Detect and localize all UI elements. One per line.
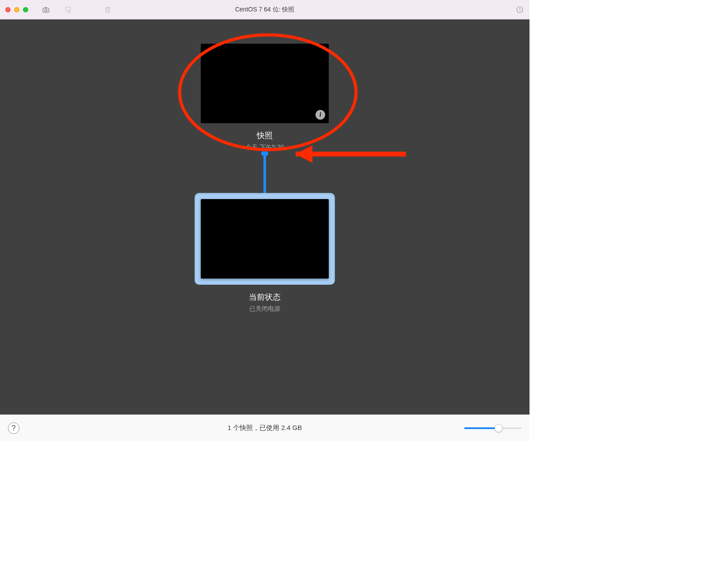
current-state-node[interactable]: 当前状态 已关闭电源	[195, 194, 335, 313]
toolbar-left	[41, 5, 112, 14]
clock-icon[interactable]	[515, 5, 524, 14]
snapshot-timestamp: 今天 下午5:20	[245, 143, 284, 151]
help-button[interactable]: ?	[8, 422, 19, 434]
svg-rect-2	[66, 7, 71, 11]
snapshot-title: 快照	[257, 130, 273, 141]
svg-point-1	[45, 9, 47, 11]
fullscreen-window-button[interactable]	[23, 7, 28, 12]
tree-connector	[263, 154, 266, 194]
snapshot-thumbnail[interactable]: i	[201, 44, 329, 123]
minimize-window-button[interactable]	[14, 7, 19, 12]
trash-icon[interactable]	[103, 5, 112, 14]
status-bar: ? 1 个快照，已使用 2.4 GB	[0, 415, 530, 441]
status-summary: 1 个快照，已使用 2.4 GB	[228, 424, 302, 432]
window-controls	[5, 7, 28, 12]
current-state-title: 当前状态	[249, 292, 281, 302]
snapshot-tree-canvas: i 快照 今天 下午5:20 当前状态 已关闭电源	[0, 19, 530, 415]
camera-icon[interactable]	[41, 5, 50, 14]
window-title: CentOS 7 64 位: 快照	[235, 6, 295, 14]
svg-rect-0	[43, 8, 49, 12]
zoom-slider[interactable]	[464, 424, 522, 433]
info-icon[interactable]: i	[315, 110, 325, 120]
snapshot-node[interactable]: i 快照 今天 下午5:20	[201, 44, 329, 151]
toolbar-right	[515, 5, 524, 14]
revert-icon[interactable]	[64, 5, 72, 14]
current-state-thumbnail[interactable]	[201, 199, 329, 279]
zoom-thumb[interactable]	[495, 424, 503, 432]
snapshot-thumbnail-wrap: i	[201, 44, 329, 123]
current-state-subtitle: 已关闭电源	[249, 305, 280, 313]
current-state-selection	[195, 193, 335, 285]
titlebar: CentOS 7 64 位: 快照	[0, 0, 530, 19]
close-window-button[interactable]	[5, 7, 11, 12]
zoom-fill	[464, 427, 499, 429]
